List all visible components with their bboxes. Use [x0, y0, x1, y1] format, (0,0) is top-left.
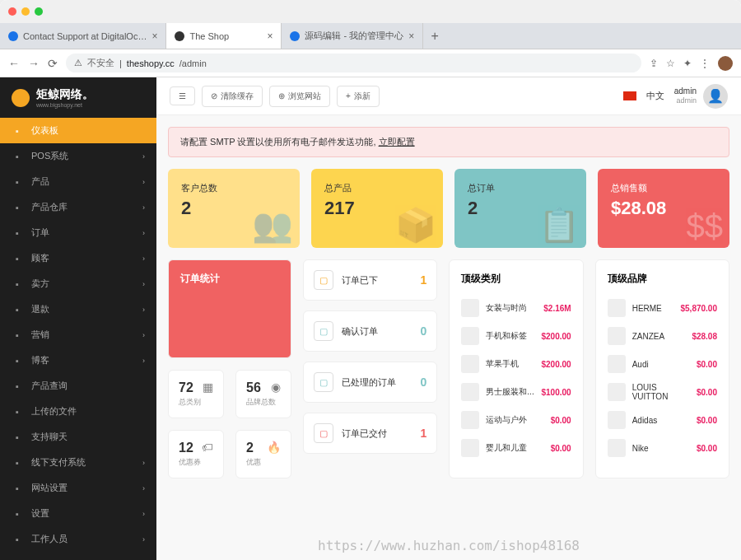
- clear-cache-button[interactable]: ⊘ 清除缓存: [202, 86, 263, 107]
- close-tab-icon[interactable]: ×: [267, 30, 273, 42]
- category-amount: $200.00: [542, 332, 571, 341]
- avatar: 👤: [703, 84, 728, 109]
- forward-button[interactable]: →: [28, 57, 40, 70]
- nav-icon: ▪: [12, 227, 23, 239]
- brand-row[interactable]: HERME$5,870.00: [608, 294, 717, 322]
- brand-name: Nike: [632, 444, 690, 453]
- sidebar-item[interactable]: ▪退款›: [0, 296, 156, 322]
- nav-icon: ▪: [12, 278, 23, 290]
- close-tab-icon[interactable]: ×: [151, 30, 157, 42]
- stat-deco-icon: 👥: [252, 206, 293, 245]
- sidebar-item[interactable]: ▪设置›: [0, 501, 156, 526]
- chevron-right-icon: ›: [142, 357, 145, 365]
- stat-card: 总订单2📋: [454, 169, 586, 248]
- brand-thumb: [608, 355, 626, 373]
- brand-name: Adidas: [632, 416, 690, 425]
- brand-row[interactable]: ZANZEA$28.08: [608, 322, 717, 350]
- stat-card: 客户总数2👥: [168, 169, 300, 248]
- share-icon[interactable]: ⇪: [650, 58, 658, 69]
- url-field[interactable]: ⚠ 不安全 | theshopy.cc/admin: [66, 54, 641, 72]
- reload-button[interactable]: ⟳: [48, 57, 58, 70]
- browser-tab[interactable]: Contact Support at DigitalOc…×: [0, 23, 166, 49]
- nav-label: 营销: [31, 329, 49, 341]
- category-amount: $0.00: [551, 444, 571, 453]
- category-amount: $0.00: [551, 416, 571, 425]
- order-count: 0: [421, 376, 427, 389]
- minimize-window-icon[interactable]: [21, 7, 30, 16]
- sidebar-item[interactable]: ▪插件管理器: [0, 552, 156, 560]
- extensions-icon[interactable]: ✦: [683, 58, 692, 69]
- sidebar-item[interactable]: ▪营销›: [0, 322, 156, 348]
- chevron-right-icon: ›: [142, 459, 145, 467]
- browser-tab[interactable]: 源码编辑 - 我的管理中心×: [282, 23, 423, 49]
- category-row[interactable]: 男士服装和...$100.00: [461, 378, 571, 406]
- category-amount: $2.16M: [543, 304, 571, 313]
- nav-icon: ▪: [12, 508, 23, 520]
- menu-toggle-button[interactable]: ☰: [170, 86, 195, 105]
- nav-label: 网站设置: [31, 482, 68, 494]
- brand-row[interactable]: Nike$0.00: [608, 434, 717, 462]
- sidebar-item[interactable]: ▪订单›: [0, 220, 156, 245]
- category-row[interactable]: 婴儿和儿童$0.00: [461, 434, 571, 462]
- category-amount: $200.00: [542, 360, 571, 369]
- language-selector[interactable]: 中文: [646, 90, 664, 102]
- window-titlebar: [0, 0, 741, 23]
- nav-icon: ▪: [12, 483, 23, 494]
- nav-label: 支持聊天: [31, 431, 68, 443]
- browser-tabs: Contact Support at DigitalOc…× The Shop×…: [0, 23, 741, 49]
- nav-label: 产品仓库: [31, 201, 68, 213]
- order-status-icon: ▢: [314, 270, 333, 290]
- panel-title: 订单统计: [180, 272, 279, 286]
- order-status-row: ▢确认订单0: [303, 310, 437, 352]
- user-menu[interactable]: admin admin 👤: [674, 84, 728, 109]
- category-name: 男士服装和...: [486, 386, 534, 398]
- nav-label: 卖方: [31, 278, 49, 290]
- configure-link[interactable]: 立即配置: [379, 137, 415, 147]
- category-row[interactable]: 苹果手机$200.00: [461, 350, 571, 378]
- brand-row[interactable]: Audi$0.00: [608, 350, 717, 378]
- order-status-label: 已处理的订单: [342, 376, 412, 389]
- menu-icon[interactable]: ⋮: [700, 58, 710, 69]
- add-new-button[interactable]: + 添新: [337, 86, 380, 107]
- sidebar-item[interactable]: ▪线下支付系统›: [0, 450, 156, 475]
- back-button[interactable]: ←: [8, 57, 20, 70]
- chevron-right-icon: ›: [142, 254, 145, 263]
- profile-icon[interactable]: [718, 56, 733, 71]
- order-status-icon: ▢: [314, 423, 333, 443]
- stat-card: 总销售额$28.08$$: [598, 169, 729, 248]
- nav-icon: ▪: [12, 329, 23, 341]
- sidebar-item[interactable]: ▪网站设置›: [0, 475, 156, 501]
- brand-name: LOUIS VUITTON: [632, 383, 690, 401]
- sidebar-item[interactable]: ▪产品›: [0, 169, 156, 194]
- sidebar-item[interactable]: ▪卖方›: [0, 271, 156, 296]
- category-row[interactable]: 运动与户外$0.00: [461, 406, 571, 434]
- sidebar-item[interactable]: ▪仪表板: [0, 118, 156, 143]
- browser-tab-active[interactable]: The Shop×: [166, 23, 282, 49]
- sidebar-item[interactable]: ▪支持聊天: [0, 424, 156, 450]
- stat-label: 总产品: [324, 182, 430, 194]
- brand-row[interactable]: Adidas$0.00: [608, 406, 717, 434]
- close-tab-icon[interactable]: ×: [408, 30, 414, 42]
- sidebar-item[interactable]: ▪上传的文件: [0, 399, 156, 424]
- sidebar-item[interactable]: ▪产品仓库›: [0, 194, 156, 220]
- stat-label: 总订单: [468, 182, 573, 194]
- favicon-icon: [175, 31, 184, 41]
- category-row[interactable]: 女装与时尚$2.16M: [461, 294, 571, 322]
- sidebar-item[interactable]: ▪POS系统›: [0, 143, 156, 169]
- brand-icon: ◉: [271, 380, 281, 394]
- sidebar-item[interactable]: ▪产品查询: [0, 373, 156, 399]
- maximize-window-icon[interactable]: [35, 7, 43, 16]
- browse-site-button[interactable]: ⊕ 浏览网站: [269, 86, 330, 107]
- category-name: 女装与时尚: [486, 302, 537, 314]
- sidebar-item[interactable]: ▪博客›: [0, 348, 156, 373]
- bookmark-icon[interactable]: ☆: [666, 58, 675, 69]
- sidebar-item[interactable]: ▪顾客›: [0, 245, 156, 271]
- close-window-icon[interactable]: [8, 7, 16, 16]
- category-row[interactable]: 手机和标签$200.00: [461, 322, 571, 350]
- new-tab-button[interactable]: +: [423, 23, 446, 49]
- order-status-row: ▢订单已交付1: [303, 413, 437, 454]
- brand-name: Audi: [632, 360, 690, 369]
- mini-stat: 🔥2优惠: [235, 430, 291, 478]
- brand-row[interactable]: LOUIS VUITTON$0.00: [608, 378, 717, 406]
- sidebar-item[interactable]: ▪工作人员›: [0, 526, 156, 552]
